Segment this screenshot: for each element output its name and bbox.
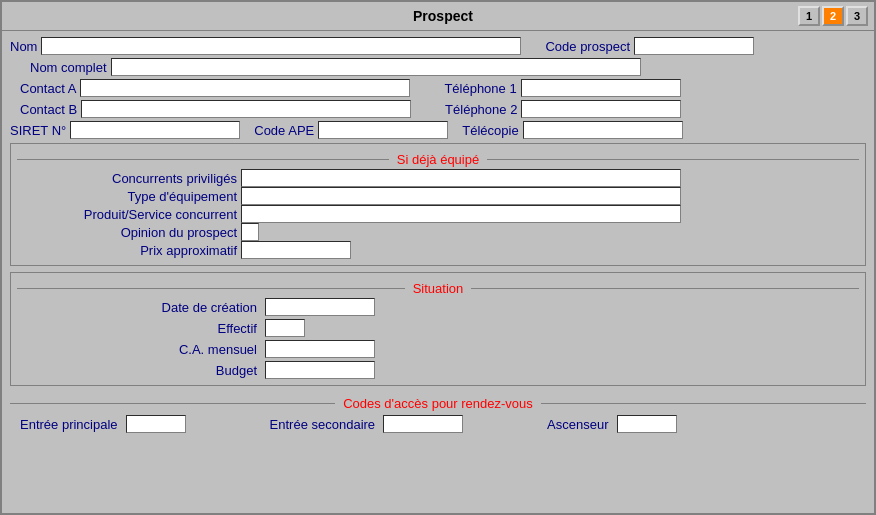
row-concurrents: Concurrents priviligés: [17, 169, 859, 187]
sep-situation: Situation: [17, 281, 859, 296]
label-produit-service: Produit/Service concurrent: [17, 207, 237, 222]
nav-btn-3[interactable]: 3: [846, 6, 868, 26]
input-telecopie[interactable]: [523, 121, 683, 139]
label-effectif: Effectif: [97, 321, 257, 336]
sep-codes: Codes d'accès pour rendez-vous: [10, 396, 866, 411]
row-ca-mensuel: C.A. mensuel: [97, 340, 859, 358]
row-effectif: Effectif: [97, 319, 859, 337]
label-budget: Budget: [97, 363, 257, 378]
codes-block: Codes d'accès pour rendez-vous Entrée pr…: [10, 392, 866, 435]
nav-btn-2[interactable]: 2: [822, 6, 844, 26]
input-nom-complet[interactable]: [111, 58, 641, 76]
label-type-equipement: Type d'équipement: [17, 189, 237, 204]
form-content: Nom Code prospect Nom complet Contact A …: [2, 31, 874, 513]
label-entree-secondaire: Entrée secondaire: [270, 417, 376, 432]
input-contact-a[interactable]: [80, 79, 410, 97]
row-opinion: Opinion du prospect: [17, 223, 859, 241]
label-date-creation: Date de création: [97, 300, 257, 315]
row-nom-complet: Nom complet: [10, 58, 866, 76]
label-tel1: Téléphone 1: [444, 81, 516, 96]
label-entree-principale: Entrée principale: [20, 417, 118, 432]
input-tel2[interactable]: [521, 100, 681, 118]
input-entree-principale[interactable]: [126, 415, 186, 433]
sep-label-codes: Codes d'accès pour rendez-vous: [335, 396, 541, 411]
label-nom-complet: Nom complet: [30, 60, 107, 75]
row-siret: SIRET N° Code APE Télécopie: [10, 121, 866, 139]
label-contact-b: Contact B: [20, 102, 77, 117]
nav-buttons: 1 2 3: [798, 6, 868, 26]
label-opinion: Opinion du prospect: [17, 225, 237, 240]
row-budget: Budget: [97, 361, 859, 379]
input-contact-b[interactable]: [81, 100, 411, 118]
input-ascenseur[interactable]: [617, 415, 677, 433]
nav-btn-1[interactable]: 1: [798, 6, 820, 26]
sep-sit-right: [471, 288, 859, 289]
sep-line-right: [487, 159, 859, 160]
input-nom[interactable]: [41, 37, 521, 55]
label-ascenseur: Ascenseur: [547, 417, 608, 432]
situation-block: Situation Date de création Effectif C.A.…: [10, 272, 866, 386]
input-effectif[interactable]: [265, 319, 305, 337]
prospect-window: Prospect 1 2 3 Nom Code prospect Nom com…: [0, 0, 876, 515]
sep-label-situation: Situation: [405, 281, 472, 296]
input-tel1[interactable]: [521, 79, 681, 97]
input-entree-secondaire[interactable]: [383, 415, 463, 433]
input-code-prospect[interactable]: [634, 37, 754, 55]
row-produit: Produit/Service concurrent: [17, 205, 859, 223]
row-prix: Prix approximatif: [17, 241, 859, 259]
title-bar: Prospect 1 2 3: [2, 2, 874, 31]
input-prix-approx[interactable]: [241, 241, 351, 259]
label-code-ape: Code APE: [254, 123, 314, 138]
input-produit-service[interactable]: [241, 205, 681, 223]
row-nom: Nom Code prospect: [10, 37, 866, 55]
row-date-creation: Date de création: [97, 298, 859, 316]
row-codes-acces: Entrée principale Entrée secondaire Asce…: [10, 413, 866, 435]
label-ca-mensuel: C.A. mensuel: [97, 342, 257, 357]
label-tel2: Téléphone 2: [445, 102, 517, 117]
sep-label-equipe: Si déjà équipé: [389, 152, 487, 167]
label-telecopie: Télécopie: [462, 123, 518, 138]
window-title: Prospect: [88, 8, 798, 24]
top-section: Nom Code prospect Nom complet Contact A …: [10, 37, 866, 139]
sep-codes-right: [541, 403, 866, 404]
equipe-block: Si déjà équipé Concurrents priviligés Ty…: [10, 143, 866, 266]
label-code-prospect: Code prospect: [545, 39, 630, 54]
label-nom: Nom: [10, 39, 37, 54]
label-concurrents: Concurrents priviligés: [17, 171, 237, 186]
label-contact-a: Contact A: [20, 81, 76, 96]
input-opinion[interactable]: [241, 223, 259, 241]
input-siret[interactable]: [70, 121, 240, 139]
input-date-creation[interactable]: [265, 298, 375, 316]
input-type-equipement[interactable]: [241, 187, 681, 205]
row-contact-a: Contact A Téléphone 1: [10, 79, 866, 97]
row-contact-b: Contact B Téléphone 2: [10, 100, 866, 118]
sep-equipe: Si déjà équipé: [17, 152, 859, 167]
sep-sit-left: [17, 288, 405, 289]
input-budget[interactable]: [265, 361, 375, 379]
sep-line-left: [17, 159, 389, 160]
input-ca-mensuel[interactable]: [265, 340, 375, 358]
label-siret: SIRET N°: [10, 123, 66, 138]
input-code-ape[interactable]: [318, 121, 448, 139]
row-type-equip: Type d'équipement: [17, 187, 859, 205]
input-concurrents[interactable]: [241, 169, 681, 187]
label-prix-approx: Prix approximatif: [17, 243, 237, 258]
sep-codes-left: [10, 403, 335, 404]
